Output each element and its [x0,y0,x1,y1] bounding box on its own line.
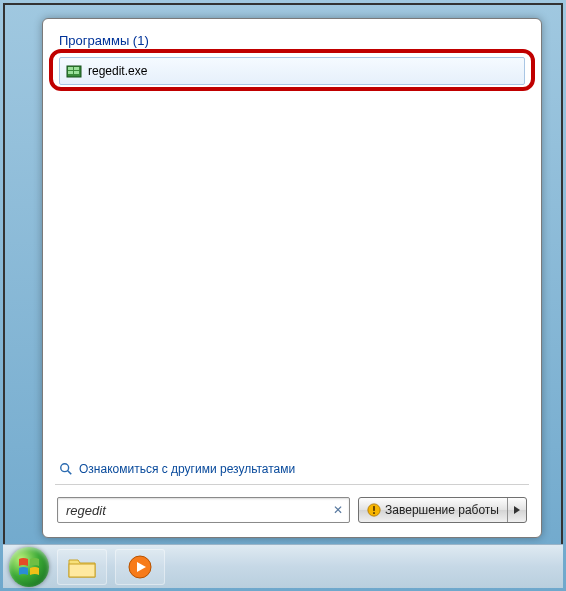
search-result-regedit[interactable]: regedit.exe [59,57,525,85]
media-player-icon [127,554,153,580]
clear-search-icon[interactable]: ✕ [331,503,345,517]
shutdown-options-arrow[interactable] [508,498,526,522]
result-item-label: regedit.exe [88,64,147,78]
svg-rect-4 [74,71,79,74]
triangle-right-icon [514,506,520,514]
search-input[interactable] [66,503,331,518]
see-more-results-link[interactable]: Ознакомиться с другими результатами [43,456,541,482]
shutdown-split-button: Завершение работы [358,497,527,523]
windows-logo-icon [17,555,41,579]
svg-rect-1 [68,67,73,70]
svg-point-5 [61,464,69,472]
svg-rect-8 [373,506,375,511]
folder-icon [68,556,96,578]
svg-marker-10 [514,506,520,514]
svg-rect-9 [373,512,375,514]
search-results-area: Программы (1) regedit.exe [43,29,541,456]
search-icon [59,462,73,476]
start-button[interactable] [9,547,49,587]
taskbar-item-media-player[interactable] [115,549,165,585]
svg-line-6 [68,471,72,475]
divider [55,484,529,485]
taskbar-item-explorer[interactable] [57,549,107,585]
bottom-row: ✕ Завершение работы [43,487,541,537]
shutdown-button[interactable]: Завершение работы [359,498,508,522]
start-menu-panel: Программы (1) regedit.exe Ознакомиться с… [42,18,542,538]
search-box[interactable]: ✕ [57,497,350,523]
see-more-results-label: Ознакомиться с другими результатами [79,462,295,476]
svg-rect-2 [74,67,79,70]
taskbar [3,544,563,588]
svg-rect-3 [68,71,73,74]
svg-rect-11 [69,564,95,577]
category-header-programs: Программы (1) [57,29,527,51]
warning-icon [367,503,381,517]
shutdown-label: Завершение работы [385,503,499,517]
regedit-icon [66,63,82,79]
